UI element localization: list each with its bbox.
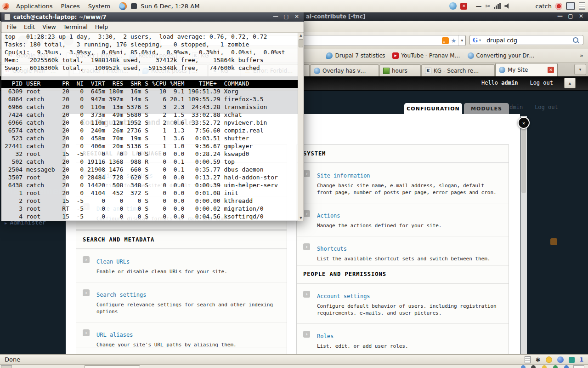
overlay-scrollbar[interactable] bbox=[520, 116, 527, 354]
ubuntu-logo-icon[interactable] bbox=[2, 3, 9, 10]
logout-link[interactable]: Log out bbox=[530, 80, 553, 86]
browser-tab[interactable]: hours bbox=[379, 64, 421, 76]
header-logout-link[interactable]: Log out bbox=[535, 104, 558, 110]
terminal-scrollbar-thumb[interactable] bbox=[299, 39, 303, 47]
terminal-menu-edit[interactable]: Edit bbox=[20, 22, 39, 32]
blue-orb-icon[interactable] bbox=[557, 356, 564, 363]
browser-tab[interactable]: My Site✕ bbox=[495, 63, 558, 76]
firefox-launcher-icon[interactable] bbox=[119, 2, 127, 10]
config-link[interactable]: Clean URLs bbox=[96, 259, 130, 265]
bottom-tray-icon[interactable] bbox=[553, 365, 558, 368]
scroll-up-icon[interactable]: ▲ bbox=[298, 33, 304, 39]
tab-close-icon[interactable]: ✕ bbox=[548, 67, 554, 73]
display-icon[interactable] bbox=[566, 2, 575, 10]
bookmark-label: Converting your Dr… bbox=[476, 52, 535, 59]
panel-menu-system[interactable]: System bbox=[84, 1, 114, 12]
config-link[interactable]: Search settings bbox=[96, 292, 146, 298]
teal-extension-icon[interactable] bbox=[569, 357, 575, 363]
bottom-tray-icon[interactable] bbox=[542, 365, 547, 368]
bottom-tray-icon[interactable] bbox=[531, 365, 536, 368]
bookmark-item[interactable]: Drupal 7 statistics bbox=[322, 51, 389, 60]
overlay-tab-configuration[interactable]: CONFIGURATION bbox=[404, 103, 462, 114]
card-title: PEOPLE AND PERMISSIONS bbox=[297, 265, 509, 283]
gear-icon[interactable]: ✱ bbox=[536, 356, 541, 363]
clock-applet[interactable]: Sun 6 Dec, 1:28 AM bbox=[141, 3, 199, 10]
smiley-icon[interactable] bbox=[546, 356, 552, 363]
config-description: Manage the actions defined for your site… bbox=[317, 222, 501, 229]
browser-tab[interactable]: KG - Search re… bbox=[421, 64, 495, 76]
bookmark-star-icon[interactable]: ★ bbox=[451, 37, 457, 44]
terminal-process-row: 2 root 15 -5 0 0 0 S 0 0.0 0:00.00 kthre… bbox=[1, 197, 298, 205]
bottom-tray-icon[interactable] bbox=[521, 365, 526, 368]
minimize-icon[interactable]: — bbox=[557, 13, 563, 19]
messenger-tray-icon[interactable] bbox=[449, 2, 457, 10]
browser-tab[interactable]: Overlay has v… bbox=[310, 64, 379, 76]
magnifier-icon[interactable] bbox=[573, 37, 578, 43]
rss-feed-icon[interactable] bbox=[442, 37, 449, 44]
overlay-scrollbar-thumb[interactable] bbox=[521, 120, 526, 193]
config-link[interactable]: Roles bbox=[317, 333, 334, 339]
terminal-summary-line: Mem: 2025560k total, 1988148k used, 3741… bbox=[1, 57, 298, 64]
terminal-menu-view[interactable]: View bbox=[39, 22, 60, 32]
config-link[interactable]: Shortcuts bbox=[317, 246, 347, 252]
volume-icon[interactable] bbox=[504, 3, 510, 9]
close-icon[interactable]: ✕ bbox=[294, 13, 300, 20]
youtube-favicon-icon bbox=[392, 52, 399, 59]
bottom-tray-icon[interactable] bbox=[564, 365, 569, 368]
config-item: ›RolesList, edit, or add user roles. bbox=[297, 323, 509, 354]
config-link[interactable]: Site information bbox=[317, 172, 370, 179]
show-desktop-button[interactable] bbox=[1, 365, 12, 368]
maximize-icon[interactable]: ▢ bbox=[567, 13, 574, 19]
scrollbar-up-arrow[interactable]: ▲ bbox=[564, 78, 576, 88]
admin-username[interactable]: admin bbox=[501, 80, 518, 86]
scroll-down-icon[interactable]: ▼ bbox=[298, 215, 304, 221]
terminal-process-row: 6864 catch 20 0 947m 397m 14m S 6 20.1 1… bbox=[1, 96, 298, 104]
terminal-content[interactable]: top - 01:28:23 up 1 day, 3:30, 2 users, … bbox=[1, 33, 304, 221]
scissors-icon[interactable]: ✂ bbox=[485, 3, 490, 10]
terminal-summary-line: Swap: 6016300k total, 100952k used, 5915… bbox=[1, 64, 298, 72]
username-label[interactable]: catch bbox=[535, 3, 552, 10]
bookmark-item[interactable]: Converting your Dr… bbox=[464, 51, 538, 60]
red-tray-icon[interactable]: ✕ bbox=[460, 3, 467, 10]
close-icon[interactable]: ✕ bbox=[578, 13, 584, 19]
list-all-tabs-button[interactable]: ▾ bbox=[574, 64, 586, 75]
overlay-tab-modules[interactable]: MODULES bbox=[464, 103, 509, 114]
bookmark-item[interactable]: YouTube - Pranav M… bbox=[389, 51, 464, 60]
config-link[interactable]: Account settings bbox=[317, 293, 370, 299]
terminal-process-row: 6438 catch 20 0 14420 508 348 S 0 0.0 0:… bbox=[1, 182, 298, 190]
terminal-menu-help[interactable]: Help bbox=[91, 22, 112, 32]
config-card: DEVELOPMENT bbox=[76, 347, 287, 354]
maximize-icon[interactable]: ▢ bbox=[283, 13, 289, 20]
workspace-switcher[interactable] bbox=[573, 365, 584, 368]
dash-applet-icon[interactable]: — bbox=[475, 3, 481, 10]
shutter-tray-icon[interactable] bbox=[555, 3, 562, 10]
search-bar[interactable]: G ▾ bbox=[469, 35, 583, 45]
terminal-titlebar[interactable]: catch@catch-laptop: ~/www/7 — ▢ ✕ bbox=[1, 12, 304, 22]
panel-menu-places[interactable]: Places bbox=[57, 1, 84, 12]
overlay-close-button[interactable]: ✕ bbox=[518, 117, 530, 129]
engine-dropdown-icon[interactable]: ▾ bbox=[479, 35, 483, 45]
config-column-right: SYSTEM›Site informationChange basic site… bbox=[296, 114, 509, 354]
config-item: ›Clean URLsEnable or disable clean URLs … bbox=[76, 249, 287, 282]
config-link[interactable]: Actions bbox=[317, 213, 340, 219]
terminal-summary-line: top - 01:28:23 up 1 day, 3:30, 2 users, … bbox=[1, 33, 298, 41]
terminal-menu-file[interactable]: File bbox=[3, 22, 20, 32]
minimize-icon[interactable]: — bbox=[272, 13, 279, 20]
page-rss-icon[interactable] bbox=[550, 238, 557, 245]
applet-icon[interactable] bbox=[131, 3, 137, 9]
network-signal-icon[interactable] bbox=[494, 3, 501, 9]
bookmarks-overflow-chevron[interactable]: » bbox=[577, 51, 586, 60]
terminal-menu-terminal[interactable]: Terminal bbox=[60, 22, 91, 32]
chevron-icon: › bbox=[83, 256, 90, 263]
notes-icon[interactable] bbox=[579, 2, 585, 10]
search-input[interactable] bbox=[486, 36, 573, 44]
terminal-title: catch@catch-laptop: ~/www/7 bbox=[13, 14, 107, 20]
document-icon[interactable] bbox=[525, 356, 531, 363]
terminal-output: top - 01:28:23 up 1 day, 3:30, 2 users, … bbox=[1, 33, 298, 221]
taskbar-window-button[interactable] bbox=[84, 365, 140, 368]
urlbar-dropdown[interactable]: ▾ bbox=[458, 35, 465, 46]
terminal-scrollbar[interactable]: ▲ ▼ bbox=[298, 33, 304, 221]
google-engine-icon[interactable]: G bbox=[470, 37, 479, 44]
config-link[interactable]: URL aliases bbox=[96, 332, 133, 338]
panel-menu-applications[interactable]: Applications bbox=[12, 1, 57, 12]
